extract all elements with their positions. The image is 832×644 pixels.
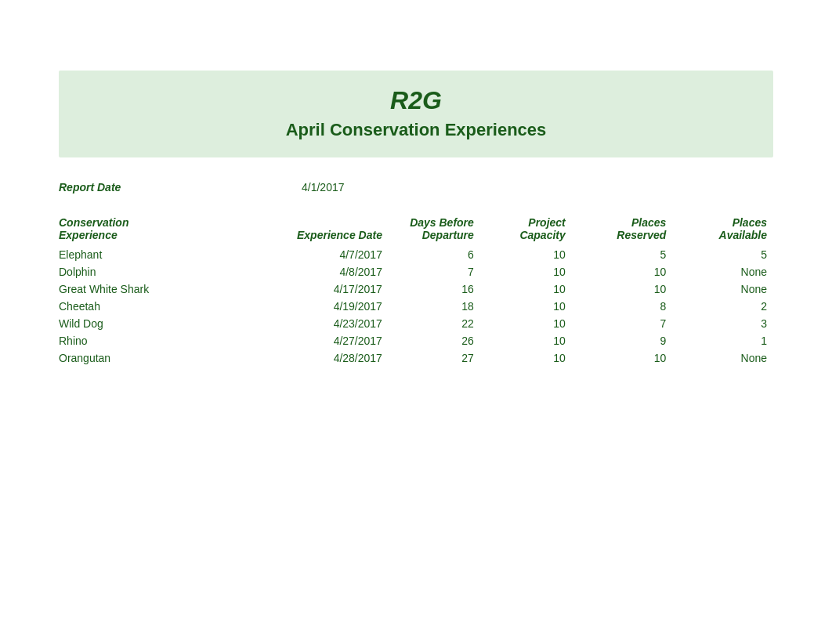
report-section: Report Date 4/1/2017 Conservation Experi… xyxy=(59,181,773,367)
cell-days: 18 xyxy=(389,298,480,315)
col-header-date: Experience Date xyxy=(269,213,389,246)
cell-reserved: 5 xyxy=(572,246,673,263)
cell-days: 7 xyxy=(389,263,480,280)
cell-reserved: 9 xyxy=(572,332,673,349)
cell-date: 4/8/2017 xyxy=(269,263,389,280)
table-row: Orangutan4/28/2017271010None xyxy=(59,349,773,367)
cell-capacity: 10 xyxy=(480,349,572,367)
cell-capacity: 10 xyxy=(480,315,572,332)
cell-days: 26 xyxy=(389,332,480,349)
col-header-experience: Conservation Experience xyxy=(59,213,269,246)
table-row: Rhino4/27/2017261091 xyxy=(59,332,773,349)
cell-date: 4/27/2017 xyxy=(269,332,389,349)
cell-reserved: 10 xyxy=(572,263,673,280)
table-row: Wild Dog4/23/2017221073 xyxy=(59,315,773,332)
cell-available: 1 xyxy=(672,332,773,349)
report-date-row: Report Date 4/1/2017 xyxy=(59,181,773,194)
header-section: R2G April Conservation Experiences xyxy=(59,71,773,157)
cell-days: 6 xyxy=(389,246,480,263)
page-container: R2G April Conservation Experiences Repor… xyxy=(0,71,832,644)
table-row: Dolphin4/8/201771010None xyxy=(59,263,773,280)
table-row: Great White Shark4/17/2017161010None xyxy=(59,280,773,298)
cell-days: 22 xyxy=(389,315,480,332)
table-header-row: Conservation Experience Experience Date … xyxy=(59,213,773,246)
col-header-capacity: Project Capacity xyxy=(480,213,572,246)
data-table: Conservation Experience Experience Date … xyxy=(59,213,773,367)
col-header-available: Places Available xyxy=(672,213,773,246)
header-subtitle: April Conservation Experiences xyxy=(82,120,750,140)
cell-capacity: 10 xyxy=(480,263,572,280)
cell-date: 4/7/2017 xyxy=(269,246,389,263)
cell-experience: Wild Dog xyxy=(59,315,269,332)
cell-reserved: 10 xyxy=(572,349,673,367)
cell-experience: Cheetah xyxy=(59,298,269,315)
report-date-label: Report Date xyxy=(59,181,302,194)
cell-date: 4/23/2017 xyxy=(269,315,389,332)
table-row: Cheetah4/19/2017181082 xyxy=(59,298,773,315)
cell-available: 2 xyxy=(672,298,773,315)
header-title: R2G xyxy=(82,86,750,115)
cell-reserved: 7 xyxy=(572,315,673,332)
cell-capacity: 10 xyxy=(480,298,572,315)
cell-experience: Elephant xyxy=(59,246,269,263)
cell-date: 4/17/2017 xyxy=(269,280,389,298)
cell-available: None xyxy=(672,349,773,367)
cell-available: 3 xyxy=(672,315,773,332)
cell-available: 5 xyxy=(672,246,773,263)
cell-date: 4/19/2017 xyxy=(269,298,389,315)
cell-available: None xyxy=(672,280,773,298)
cell-date: 4/28/2017 xyxy=(269,349,389,367)
cell-capacity: 10 xyxy=(480,332,572,349)
cell-experience: Rhino xyxy=(59,332,269,349)
cell-reserved: 8 xyxy=(572,298,673,315)
cell-reserved: 10 xyxy=(572,280,673,298)
table-row: Elephant4/7/201761055 xyxy=(59,246,773,263)
col-header-days: Days Before Departure xyxy=(389,213,480,246)
cell-available: None xyxy=(672,263,773,280)
cell-capacity: 10 xyxy=(480,280,572,298)
cell-experience: Orangutan xyxy=(59,349,269,367)
cell-capacity: 10 xyxy=(480,246,572,263)
cell-days: 16 xyxy=(389,280,480,298)
cell-experience: Great White Shark xyxy=(59,280,269,298)
cell-days: 27 xyxy=(389,349,480,367)
col-header-reserved: Places Reserved xyxy=(572,213,673,246)
report-date-value: 4/1/2017 xyxy=(302,181,345,194)
table-body: Elephant4/7/201761055Dolphin4/8/20177101… xyxy=(59,246,773,367)
cell-experience: Dolphin xyxy=(59,263,269,280)
